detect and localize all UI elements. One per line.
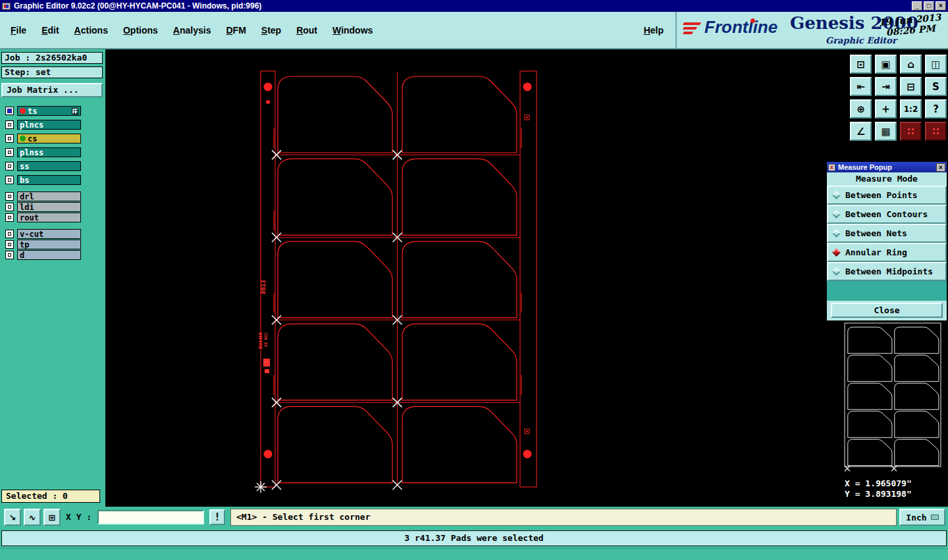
alert-button[interactable]: ! [209, 509, 225, 525]
layer-row-ldi[interactable]: ldi [5, 202, 105, 212]
menu-options[interactable]: Options [123, 25, 158, 36]
layer-row-ts[interactable]: ts [5, 106, 105, 116]
layer-checkbox[interactable] [5, 134, 14, 143]
menu-windows[interactable]: Windows [332, 25, 373, 36]
layer-name: cs [28, 134, 37, 143]
layer-color-dot [20, 136, 26, 141]
app-icon [2, 3, 11, 10]
measure-popup-close-icon[interactable]: × [936, 163, 945, 172]
close-button[interactable]: × [935, 1, 946, 11]
menu-rout[interactable]: Rout [296, 25, 317, 36]
layer-checkbox[interactable] [5, 120, 14, 129]
layer-name: ss [20, 162, 29, 171]
layer-checkbox[interactable] [5, 192, 14, 201]
layer-row-rout[interactable]: rout [5, 213, 105, 222]
radio-diamond [832, 210, 841, 218]
layer-checkbox[interactable] [5, 240, 14, 249]
new-window-button[interactable]: ⊡ [850, 55, 872, 74]
layer-checkbox[interactable] [5, 148, 14, 157]
layer-row-plncs[interactable]: plncs [5, 120, 105, 130]
layer-checkbox[interactable] [5, 107, 14, 115]
minimize-button[interactable]: _ [912, 1, 922, 11]
help-tool-button[interactable]: ? [925, 99, 947, 118]
measure-tool-button[interactable]: ∠ [850, 122, 872, 141]
xy-label: X Y : [66, 512, 92, 522]
grid-snap-button[interactable]: ⊞ [43, 509, 61, 526]
wave-tool-button[interactable]: ∿ [24, 509, 41, 526]
layer-name: ts [28, 107, 37, 116]
layer-row-drl[interactable]: drl [5, 191, 105, 201]
screen-view-button[interactable]: ▣ [875, 55, 897, 74]
pan-view-button[interactable]: + [875, 99, 897, 118]
tile-windows-button[interactable]: ◫ [925, 55, 947, 74]
measure-popup: x Measure Popup × Measure Mode Between P… [826, 161, 947, 321]
svg-text:EU4460: EU4460 [258, 332, 263, 349]
layer-row-bs[interactable]: bs [5, 175, 105, 185]
layer-row-vcut[interactable]: v-cut [5, 229, 105, 239]
menu-edit[interactable]: Edit [41, 25, 59, 36]
snap-button[interactable]: S [925, 77, 947, 96]
menu-analysis[interactable]: Analysis [173, 25, 211, 36]
layer-checkbox[interactable] [5, 203, 14, 211]
menu-actions[interactable]: Actions [74, 25, 108, 36]
menu-help[interactable]: Help [644, 25, 664, 36]
menu-file[interactable]: File [11, 25, 26, 36]
fiducial-marks [525, 115, 529, 434]
layer-checkbox[interactable] [5, 230, 14, 238]
layer-list: ts plncs cs plnss ss bs [5, 106, 105, 260]
clipboard-button[interactable]: ⊟ [900, 77, 922, 96]
panel-rails [261, 71, 537, 487]
date-time: 19 Jun 2013 08:26 PM [878, 12, 943, 38]
layer-context-button[interactable] [72, 108, 78, 115]
layer-row-ss[interactable]: ss [5, 161, 105, 171]
zoom-button[interactable]: ⊕ [850, 99, 872, 118]
option-between-points[interactable]: Between Points [827, 186, 947, 205]
units-label: Inch [906, 513, 926, 522]
layer-checkbox[interactable] [5, 176, 14, 184]
layer-name: ldi [20, 203, 34, 212]
measure-popup-title: Measure Popup [838, 163, 936, 171]
layer-row-d[interactable]: d [5, 250, 105, 260]
cursor-x: X = 1.965079" [845, 478, 948, 489]
menu-dfm[interactable]: DFM [226, 25, 246, 36]
zoom-ratio-button[interactable]: 1:2 [900, 99, 922, 118]
layer-row-tp[interactable]: tp [5, 240, 105, 249]
option-between-nets[interactable]: Between Nets [827, 224, 947, 243]
select-tool-button[interactable]: ↘ [4, 509, 21, 526]
layer-name: plnss [20, 148, 43, 157]
measure-popup-titlebar[interactable]: x Measure Popup × [827, 162, 947, 172]
layer-name: plncs [20, 120, 43, 130]
layer-checkbox[interactable] [5, 251, 14, 259]
layer-name: tp [20, 240, 29, 249]
radio-diamond [832, 229, 841, 238]
layer-sidebar: Job : 2s26502ka0 Step: set Job Matrix ..… [0, 49, 105, 507]
layer-row-plnss[interactable]: plnss [5, 147, 105, 157]
option-between-contours[interactable]: Between Contours [827, 205, 947, 224]
cursor-y: Y = 3.893198" [845, 489, 948, 499]
layer-checkbox[interactable] [5, 213, 14, 222]
panel-overview[interactable]: X = 1.965079" Y = 3.893198" [841, 320, 948, 506]
pan-left-button[interactable]: ⇤ [850, 77, 872, 96]
option-between-midpoints[interactable]: Between Midpoints [827, 262, 947, 281]
status-bar: 3 r41.37 Pads were selected [1, 530, 947, 546]
grid-toggle-button[interactable]: ▦ [875, 122, 897, 141]
units-button[interactable]: Inch [899, 509, 945, 526]
home-view-button[interactable]: ⌂ [900, 55, 922, 74]
job-matrix-button[interactable]: Job Matrix ... [1, 83, 103, 97]
maximize-button[interactable]: □ [924, 1, 934, 11]
origin-marker [255, 481, 267, 493]
pan-right-button[interactable]: ⇥ [875, 77, 897, 96]
xy-coordinate-input[interactable] [97, 510, 204, 524]
layer-row-cs[interactable]: cs [5, 134, 105, 143]
pcb-panel-drawing: 8613 EU4460 DI MIC [105, 49, 846, 507]
command-bar: ↘ ∿ ⊞ X Y : ! <M1> - Select first corner… [0, 507, 948, 528]
editor-canvas[interactable]: 8613 EU4460 DI MIC [105, 49, 846, 507]
frontline-logo-icon [683, 22, 700, 36]
layer-checkbox[interactable] [5, 162, 14, 170]
highlight-mode-button[interactable]: ∷ [900, 122, 922, 141]
layer-color-dot [20, 108, 26, 114]
measure-popup-close-button[interactable]: Close [831, 303, 943, 318]
select-mode-button[interactable]: ∷ [925, 122, 947, 141]
option-annular-ring[interactable]: Annular Ring [827, 243, 947, 262]
menu-step[interactable]: Step [261, 25, 281, 36]
